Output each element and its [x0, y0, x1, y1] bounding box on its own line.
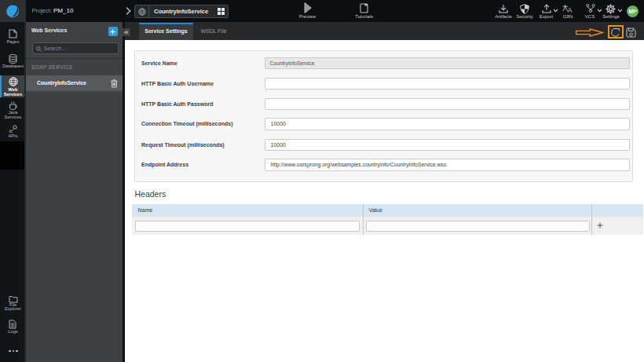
svg-text:A: A — [568, 6, 573, 13]
